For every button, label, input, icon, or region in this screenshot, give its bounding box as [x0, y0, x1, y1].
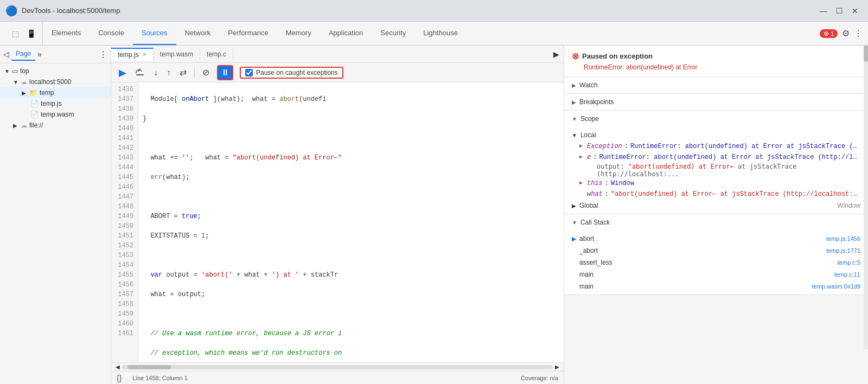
- error-badge[interactable]: ⊗ 1: [820, 29, 838, 38]
- code-tab-tempwasm[interactable]: temp.wasm: [154, 48, 200, 60]
- tree-label-temp-folder: temp: [40, 89, 54, 97]
- close-button[interactable]: ✕: [847, 7, 863, 15]
- folder-icon: 📁: [29, 89, 37, 97]
- e-key: e: [587, 153, 591, 161]
- call-_abort-loc: temp.js:1771: [826, 247, 860, 254]
- exception-key: Exception: [587, 143, 622, 150]
- call-item-_abort[interactable]: _abort temp.js:1771: [564, 245, 868, 257]
- call-item-abort[interactable]: ▶ abort temp.js:1456: [564, 233, 868, 245]
- tab-sources[interactable]: Sources: [133, 22, 176, 45]
- exception-icon: ⊗: [572, 51, 579, 61]
- step-out-button[interactable]: ↑: [163, 66, 174, 80]
- file-cloud-icon: ☁: [21, 121, 27, 129]
- v-scrollbar-thumb[interactable]: [864, 46, 868, 62]
- resume-button[interactable]: ▶: [116, 65, 130, 81]
- scope-e-item[interactable]: ▶ e: RuntimeError: abort(undefined) at E…: [564, 152, 868, 178]
- tree-label-localhost: localhost:5000: [29, 78, 71, 86]
- scope-section: ▼ Scope ▼ Local ▶ Exception: RuntimeErro…: [564, 111, 868, 214]
- call-main1-name: main: [579, 271, 834, 278]
- more-icon[interactable]: ⋮: [854, 28, 863, 39]
- call-stack-arrow-icon: ▼: [572, 220, 577, 226]
- v-scrollbar-track[interactable]: [864, 46, 868, 349]
- sidebar-menu-icon[interactable]: ⋮: [99, 49, 107, 60]
- call-item-assert-less[interactable]: assert_less temp.c:5: [564, 257, 868, 268]
- frame-icon: ▭: [12, 67, 18, 75]
- this-key: this: [587, 180, 603, 187]
- tab-memory[interactable]: Memory: [277, 22, 320, 45]
- call-stack-title: Call Stack: [580, 219, 860, 226]
- tab-elements[interactable]: Elements: [43, 22, 90, 45]
- tab-application[interactable]: Application: [320, 22, 372, 45]
- local-arrow-icon: ▼: [572, 132, 577, 138]
- h-scrollbar[interactable]: [122, 365, 553, 369]
- error-icon: ⊗: [824, 30, 829, 37]
- tree-item-temp-folder[interactable]: ▶ 📁 temp: [0, 87, 111, 98]
- tree-item-top[interactable]: ▼ ▭ top: [0, 66, 111, 76]
- tree-item-localhost[interactable]: ▼ ☁ localhost:5000: [0, 76, 111, 87]
- call-stack-header[interactable]: ▼ Call Stack: [564, 214, 868, 231]
- tab-security[interactable]: Security: [372, 22, 414, 45]
- scope-header[interactable]: ▼ Scope: [564, 111, 868, 127]
- call-item-main1[interactable]: main temp.c:11: [564, 268, 868, 280]
- tree-label-temp-js: temp.js: [41, 100, 62, 107]
- call-item-main2[interactable]: main temp.wasm:0x1d9: [564, 280, 868, 292]
- code-tab-tempc[interactable]: temp.c: [200, 48, 233, 60]
- sidebar-back-icon[interactable]: ◁: [3, 50, 9, 59]
- tree-label-file: file://: [29, 121, 43, 129]
- device-icon[interactable]: 📱: [24, 28, 38, 39]
- scroll-left-icon[interactable]: ◀: [116, 364, 120, 370]
- scroll-right-icon[interactable]: ▶: [555, 364, 559, 370]
- format-icon[interactable]: {}: [117, 374, 122, 382]
- svg-rect-0: [136, 74, 144, 75]
- call-abort-name: abort: [579, 235, 826, 242]
- tree-item-file[interactable]: ▶ ☁ file://: [0, 120, 111, 131]
- inspect-icon[interactable]: ⬚: [10, 28, 21, 39]
- scope-global-header[interactable]: ▶ Global Window: [564, 200, 868, 212]
- tab-console[interactable]: Console: [90, 22, 133, 45]
- main-content: ◁ Page » ⋮ ▼ ▭ top ▼ ☁ localhost:5000 ▶: [0, 46, 868, 384]
- page-tab[interactable]: Page: [11, 48, 35, 61]
- breakpoints-title: Breakpoints: [579, 98, 860, 106]
- sidebar-more-icon[interactable]: »: [37, 50, 42, 59]
- h-scrollbar-area[interactable]: ◀ ▶: [111, 362, 564, 371]
- maximize-button[interactable]: ☐: [832, 7, 847, 15]
- tree-label-temp-wasm: temp.wasm: [41, 111, 74, 118]
- error-count: 1: [831, 30, 834, 37]
- pause-exceptions-button[interactable]: ⏸: [217, 65, 233, 80]
- tab-network[interactable]: Network: [176, 22, 220, 45]
- title-text: DevTools - localhost:5000/temp: [22, 7, 815, 15]
- tree-item-temp-wasm[interactable]: 📄 temp.wasm: [0, 109, 111, 120]
- watch-header[interactable]: ▶ Watch: [564, 77, 868, 93]
- exception-title: ⊗ Paused on exception: [572, 51, 860, 61]
- step-over-button[interactable]: [132, 66, 148, 80]
- minimize-button[interactable]: —: [815, 7, 832, 15]
- settings-icon[interactable]: ⚙: [842, 28, 850, 39]
- deactivate-button[interactable]: ⊘: [199, 65, 213, 80]
- watch-title: Watch: [579, 81, 860, 89]
- tab-performance[interactable]: Performance: [219, 22, 277, 45]
- code-tabs-more[interactable]: ▶: [549, 48, 564, 61]
- code-line-1442: ABORT = true;: [143, 212, 559, 221]
- code-content[interactable]: Module[ onAbort ](what); what = abort(un…: [138, 82, 564, 362]
- tab-lighthouse[interactable]: Lighthouse: [414, 22, 467, 45]
- call-assert-less-loc: temp.c:5: [838, 259, 860, 266]
- pause-caught-checkbox[interactable]: [245, 69, 253, 76]
- code-line-1438: [143, 133, 559, 143]
- code-area[interactable]: 1436 1437 1438 1439 1440 1441 1442 1443 …: [111, 82, 564, 362]
- scope-what-item[interactable]: what: "abort(undefined) at Error← at jsS…: [564, 189, 868, 200]
- scope-this-item[interactable]: ▶ this: Window: [564, 178, 868, 189]
- code-tab-tempjs[interactable]: temp.js ✕: [111, 48, 154, 61]
- scope-exception-item[interactable]: ▶ Exception: RuntimeError: abort(undefin…: [564, 141, 868, 152]
- code-line-1439: what += ''; what = "abort(undefined) at …: [143, 153, 559, 163]
- h-scrollbar-thumb[interactable]: [127, 365, 171, 369]
- tree-item-temp-js[interactable]: 📄 temp.js: [0, 98, 111, 109]
- right-scroll-area: ⊗ Paused on exception RuntimeError: abor…: [564, 46, 868, 384]
- step-back-button[interactable]: ⇄: [176, 65, 190, 80]
- step-into-button[interactable]: ↓: [150, 66, 161, 80]
- global-arrow-icon: ▶: [572, 203, 576, 209]
- code-tab-tempjs-close[interactable]: ✕: [142, 52, 146, 57]
- scope-local-header[interactable]: ▼ Local: [564, 129, 868, 141]
- breakpoints-header[interactable]: ▶ Breakpoints: [564, 94, 868, 110]
- what-key: what: [587, 190, 603, 198]
- pause-caught-label: Pause on caught exceptions: [256, 69, 338, 76]
